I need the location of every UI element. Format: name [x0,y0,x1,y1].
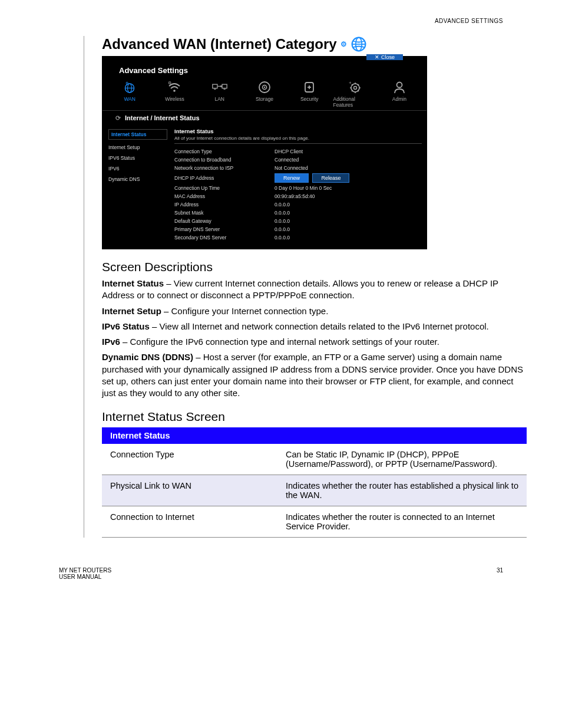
status-panel: Internet Status All of your Internet con… [170,126,427,249]
row-value: Not Connected [275,165,308,171]
close-button[interactable]: ✕ Close [366,54,403,60]
svg-point-7 [174,90,176,92]
footer-product: MY NET ROUTERS [59,567,111,574]
panel-subtitle: All of your Internet connection details … [174,136,422,144]
storage-icon [257,80,272,95]
tab-label: LAN [214,96,224,102]
tab-label: Storage [256,96,273,102]
table-row: Physical Link to WANIndicates whether th… [102,475,527,506]
svg-point-20 [353,87,356,90]
row-label: Network connection to ISP [174,165,275,171]
panel-title: Internet Status [174,128,422,134]
desc-ddns: Dynamic DNS (DDNS) – Host a server (for … [102,351,527,399]
screen-descriptions-heading: Screen Descriptions [102,260,527,274]
svg-text:+: + [349,80,352,85]
svg-text:⚙: ⚙ [168,81,171,85]
side-item-internet-status[interactable]: Internet Status [108,129,167,140]
row-label: Connection to Broadband [174,157,275,163]
tab-additional[interactable]: + Additional Features [333,80,376,108]
desc-ipv6: IPv6 – Configure the IPv6 connection typ… [102,336,527,348]
close-label: Close [381,54,395,60]
breadcrumb: ⟳ Internet / Internet Status [103,111,427,126]
tab-label: WAN [124,96,135,102]
router-screenshot: ✕ Close Advanced Settings ⚙ WAN [102,56,427,249]
wifi-icon: ⚙ [167,80,182,95]
row-value: 0 Day 0 Hour 0 Min 0 Sec [275,185,332,191]
row-label: Subnet Mask [174,210,275,216]
row-label: Primary DNS Server [174,226,275,232]
user-icon [392,80,407,95]
side-item-ipv6-status[interactable]: IPV6 Status [108,155,167,161]
svg-point-15 [264,87,265,88]
row-label: DHCP IP Address [174,175,275,181]
row-value: 0.0.0.0 [275,210,290,216]
tab-label: Admin [392,96,406,102]
globe-icon [351,36,367,52]
row-value: 0.0.0.0 [275,226,290,232]
screenshot-title: Advanced Settings [103,64,427,78]
tab-label: Additional Features [333,96,376,108]
row-label: MAC Address [174,193,275,199]
globe-gear-icon: ⚙ [122,80,137,95]
side-item-ipv6[interactable]: IPV6 [108,166,167,172]
row-value: 0.0.0.0 [275,235,290,241]
security-icon [302,80,317,95]
internet-status-table: Internet Status Connection TypeCan be St… [102,427,527,538]
side-item-dynamic-dns[interactable]: Dynamic DNS [108,176,167,182]
desc-ipv6-status: IPv6 Status – View all Internet and netw… [102,321,527,332]
table-row: Connection TypeCan be Static IP, Dynamic… [102,444,527,475]
row-value: 00:90:a9:a5:5d:40 [275,193,315,199]
row-value: Connected [275,157,299,163]
row-label: Default Gateway [174,218,275,224]
tab-label: Wireless [165,96,184,102]
row-value: DHCP Client [275,149,303,154]
table-row: Connection to InternetIndicates whether … [102,506,527,538]
release-button[interactable]: Release [312,173,349,183]
svg-rect-9 [213,84,217,88]
internet-status-screen-heading: Internet Status Screen [102,410,527,424]
svg-point-30 [396,83,402,88]
tab-lan[interactable]: LAN [199,80,241,108]
tab-security[interactable]: Security [288,80,330,108]
desc-internet-setup: Internet Setup – Configure your Internet… [102,305,527,317]
row-label: IP Address [174,202,275,207]
tab-storage[interactable]: Storage [243,80,286,108]
page-footer: MY NET ROUTERS USER MANUAL 31 [35,567,527,580]
row-value: Renew Release [275,173,352,183]
svg-rect-10 [222,84,227,88]
footer-doc: USER MANUAL [59,574,111,580]
svg-text:⚙: ⚙ [125,81,128,85]
row-value: 0.0.0.0 [275,218,290,224]
renew-button[interactable]: Renew [275,173,309,183]
tab-wireless[interactable]: ⚙ Wireless [153,80,196,108]
gear-plus-icon: + [347,80,362,95]
page-title-text: Advanced WAN (Internet) Category [102,36,337,52]
tab-admin[interactable]: Admin [378,80,421,108]
row-label: Secondary DNS Server [174,235,275,241]
page-title: Advanced WAN (Internet) Category ⚙ [102,36,527,52]
header-section: ADVANCED SETTINGS [35,18,503,24]
tab-bar: ⚙ WAN ⚙ Wireless LAN [103,78,427,111]
refresh-icon: ⟳ [115,114,121,121]
page-number: 31 [497,567,503,580]
breadcrumb-text: Internet / Internet Status [125,114,200,121]
row-label: Connection Type [174,149,275,154]
tab-label: Security [300,96,319,102]
desc-internet-status: Internet Status – View current Internet … [102,278,527,302]
tab-wan[interactable]: ⚙ WAN [108,80,151,108]
close-x: ✕ [375,54,379,60]
side-item-internet-setup[interactable]: Internet Setup [108,144,167,150]
lan-icon [212,80,227,95]
table-header-empty [277,427,527,444]
row-label: Connection Up Time [174,185,275,191]
gear-icon: ⚙ [340,40,347,48]
side-nav: Internet Status Internet Setup IPV6 Stat… [103,126,170,249]
table-header: Internet Status [102,427,277,444]
row-value: 0.0.0.0 [275,202,290,207]
